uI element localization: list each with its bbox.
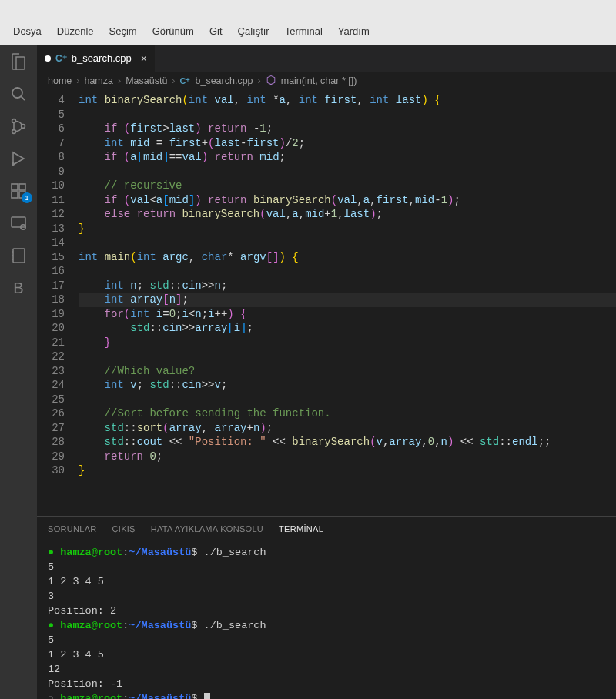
code-line[interactable]: [79, 236, 616, 250]
code-line[interactable]: [79, 393, 616, 407]
terminal-prompt: ● hamza@root:~/Masaüstü$ ./b_search: [48, 545, 605, 560]
code-content[interactable]: int binarySearch(int val, int *a, int fi…: [79, 90, 616, 516]
line-number: 17: [37, 279, 65, 293]
code-line[interactable]: return 0;: [79, 450, 616, 464]
code-line[interactable]: if (a[mid]==val) return mid;: [79, 150, 616, 165]
line-number: 19: [37, 307, 65, 322]
menubar: DosyaDüzenleSeçimGörünümGitÇalıştırTermi…: [0, 0, 616, 45]
code-line[interactable]: //Which value?: [79, 364, 616, 379]
panel-tabs: SORUNLARÇIKIŞHATA AYIKLAMA KONSOLUTERMİN…: [37, 517, 616, 540]
svg-rect-9: [19, 184, 25, 190]
code-line[interactable]: int mid = first+(last-first)/2;: [79, 136, 616, 151]
tabs-bar: C⁺ b_search.cpp ×: [37, 45, 616, 72]
bookmark-icon[interactable]: B: [9, 279, 28, 297]
line-number: 14: [37, 236, 65, 250]
status-bullet-icon: ●: [48, 620, 60, 631]
crumb[interactable]: Masaüstü: [126, 75, 167, 86]
code-line[interactable]: int main(int argc, char* argv[]) {: [79, 250, 616, 265]
line-number: 28: [37, 435, 65, 450]
panel-tab-sorunlar[interactable]: SORUNLAR: [48, 524, 97, 537]
menu-yardım[interactable]: Yardım: [331, 22, 377, 40]
code-line[interactable]: if (val<a[mid]) return binarySearch(val,…: [79, 193, 616, 208]
code-line[interactable]: int binarySearch(int val, int *a, int fi…: [79, 93, 616, 108]
code-line[interactable]: std::cout << "Position: " << binarySearc…: [79, 435, 616, 450]
crumb[interactable]: hamza: [84, 75, 113, 86]
code-line[interactable]: // recursive: [79, 179, 616, 193]
tab-b-search[interactable]: C⁺ b_search.cpp ×: [37, 45, 156, 72]
panel-tab-hata-ayiklama-konsolu[interactable]: HATA AYIKLAMA KONSOLU: [151, 524, 263, 537]
run-debug-icon[interactable]: [9, 149, 28, 168]
code-line[interactable]: }: [79, 336, 616, 350]
code-line[interactable]: [79, 108, 616, 122]
line-number: 8: [37, 150, 65, 165]
breadcrumb[interactable]: home›hamza›Masaüstü›C⁺ b_search.cpp› mai…: [37, 72, 616, 90]
extensions-icon[interactable]: 1: [9, 182, 28, 200]
svg-rect-10: [12, 217, 25, 227]
menu-git[interactable]: Git: [203, 22, 229, 40]
terminal-output: 1 2 3 4 5: [48, 574, 605, 589]
code-line[interactable]: if (first>last) return -1;: [79, 122, 616, 136]
line-number: 7: [37, 136, 65, 151]
terminal-output: 5: [48, 560, 605, 574]
code-line[interactable]: [79, 165, 616, 179]
line-number: 24: [37, 378, 65, 393]
panel-tab-çikiş[interactable]: ÇIKIŞ: [112, 524, 136, 537]
code-editor[interactable]: 4567891011121314151617181920212223242526…: [37, 90, 616, 516]
menu-terminal[interactable]: Terminal: [278, 22, 330, 40]
editor-area: C⁺ b_search.cpp × home›hamza›Masaüstü›C⁺…: [37, 45, 616, 699]
code-line[interactable]: int n; std::cin>>n;: [79, 279, 616, 293]
line-number: 21: [37, 336, 65, 350]
svg-point-5: [12, 163, 14, 165]
svg-line-1: [21, 96, 25, 100]
close-icon[interactable]: ×: [141, 52, 147, 65]
menu-düzenle[interactable]: Düzenle: [50, 22, 101, 40]
line-number: 26: [37, 406, 65, 421]
menu-çalıştır[interactable]: Çalıştır: [231, 22, 276, 40]
crumb[interactable]: home: [48, 75, 72, 86]
code-line[interactable]: std::cin>>array[i];: [79, 321, 616, 336]
code-line[interactable]: [79, 264, 616, 279]
menu-seçim[interactable]: Seçim: [102, 22, 144, 40]
code-line[interactable]: else return binarySearch(val,a,mid+1,las…: [79, 207, 616, 222]
notebook-icon[interactable]: [9, 246, 28, 265]
crumb-symbol[interactable]: main(int, char * []): [281, 75, 357, 86]
menu-görünüm[interactable]: Görünüm: [146, 22, 201, 40]
code-line[interactable]: int v; std::cin>>v;: [79, 378, 616, 393]
activity-bar: 1 B: [0, 45, 37, 699]
line-number: 20: [37, 321, 65, 336]
terminal-prompt: ○ hamza@root:~/Masaüstü$: [48, 691, 605, 699]
line-number: 18: [37, 293, 65, 307]
panel-tab-termi̇nal[interactable]: TERMİNAL: [279, 524, 323, 537]
svg-point-2: [12, 119, 16, 123]
code-line[interactable]: int array[n];: [79, 293, 616, 307]
terminal-output: Position: -1: [48, 677, 605, 691]
code-line[interactable]: }: [79, 222, 616, 236]
line-number: 23: [37, 364, 65, 379]
code-line[interactable]: //Sort before sending the function.: [79, 406, 616, 421]
svg-rect-7: [12, 192, 18, 198]
remote-icon[interactable]: [9, 214, 28, 232]
line-number: 16: [37, 264, 65, 279]
cpp-file-icon: C⁺: [180, 76, 191, 86]
menu-dosya[interactable]: Dosya: [6, 22, 49, 40]
crumb-file[interactable]: b_search.cpp: [195, 75, 253, 86]
svg-rect-12: [13, 249, 25, 263]
line-number: 9: [37, 165, 65, 179]
search-icon[interactable]: [9, 85, 28, 103]
terminal[interactable]: ● hamza@root:~/Masaüstü$ ./b_search51 2 …: [37, 540, 616, 699]
chevron-right-icon: ›: [118, 75, 121, 86]
line-number: 25: [37, 393, 65, 407]
bottom-panel: SORUNLARÇIKIŞHATA AYIKLAMA KONSOLUTERMİN…: [37, 516, 616, 699]
line-number: 12: [37, 207, 65, 222]
chevron-right-icon: ›: [172, 75, 175, 86]
explorer-icon[interactable]: [9, 52, 28, 71]
status-bullet-icon: ●: [48, 547, 60, 558]
code-line[interactable]: for(int i=0;i<n;i++) {: [79, 307, 616, 322]
terminal-prompt: ● hamza@root:~/Masaüstü$ ./b_search: [48, 618, 605, 633]
line-number: 15: [37, 250, 65, 265]
source-control-icon[interactable]: [9, 117, 28, 135]
code-line[interactable]: std::sort(array, array+n);: [79, 421, 616, 436]
code-line[interactable]: [79, 350, 616, 364]
code-line[interactable]: }: [79, 463, 616, 478]
cursor-icon: [204, 693, 210, 699]
